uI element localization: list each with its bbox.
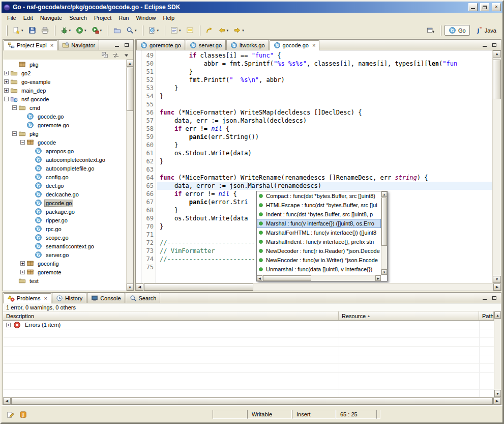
popup-hscroll-thumb[interactable] bbox=[263, 275, 311, 281]
minimize-window-button[interactable] bbox=[468, 3, 478, 11]
search-button[interactable]: ▾ bbox=[124, 24, 139, 36]
perspective-java[interactable]: JJava bbox=[471, 25, 500, 36]
close-window-button[interactable]: × bbox=[492, 3, 501, 11]
menu-project[interactable]: Project bbox=[91, 14, 115, 22]
print-button[interactable] bbox=[39, 24, 51, 36]
scroll-up-icon[interactable]: ▲ bbox=[127, 60, 133, 67]
code-line-63[interactable] bbox=[157, 165, 492, 174]
code-line-56[interactable]: func (*NiceFormatter) WriteSMap(decldesc… bbox=[157, 108, 492, 117]
expand-box-icon[interactable]: + bbox=[4, 88, 9, 93]
scroll-down-icon[interactable]: ▼ bbox=[381, 269, 387, 275]
close-tab-icon[interactable]: × bbox=[44, 296, 47, 301]
scroll-up-icon[interactable]: ▲ bbox=[493, 50, 501, 58]
dropdown-arrow-icon[interactable]: ▾ bbox=[227, 29, 229, 33]
view-tab-problems[interactable]: Problems× bbox=[4, 293, 51, 303]
maximize-view-icon[interactable] bbox=[490, 294, 498, 301]
menu-run[interactable]: Run bbox=[115, 14, 132, 22]
maximize-editor-icon[interactable] bbox=[490, 41, 498, 48]
tree-item-main-dep[interactable]: +main_dep bbox=[3, 86, 126, 95]
view-tab-project-expl[interactable]: Project Expl× bbox=[4, 40, 57, 50]
view-tab-navigator[interactable]: Navigator bbox=[58, 40, 99, 50]
collapse-all-button[interactable] bbox=[100, 50, 110, 60]
menu-help[interactable]: Help bbox=[160, 14, 179, 22]
tree-item-scope-go[interactable]: Gscope.go bbox=[3, 233, 126, 242]
collapse-box-icon[interactable]: − bbox=[12, 131, 17, 136]
collapse-box-icon[interactable]: − bbox=[12, 105, 17, 110]
tree-item-server-go[interactable]: Gserver.go bbox=[3, 250, 126, 259]
code-line-65[interactable]: data, error := json.Marshal(renamedescs) bbox=[157, 182, 492, 190]
code-line-60[interactable]: } bbox=[157, 141, 492, 149]
maximize-view-icon[interactable] bbox=[123, 41, 131, 48]
column-header-path[interactable]: Path bbox=[479, 312, 494, 320]
tree-item-gocode-go[interactable]: Ggocode.go bbox=[3, 199, 126, 207]
scroll-down-icon[interactable]: ▼ bbox=[494, 390, 501, 397]
code-line-58[interactable]: if err != nil { bbox=[157, 125, 492, 133]
maximize-window-button[interactable] bbox=[480, 3, 489, 11]
expand-box-icon[interactable]: + bbox=[20, 270, 25, 274]
view-tab-search[interactable]: Search bbox=[126, 293, 161, 303]
popup-scroll-thumb[interactable] bbox=[381, 197, 387, 246]
dropdown-arrow-icon[interactable]: ▾ bbox=[242, 29, 244, 33]
tree-item-autocompletefile-go[interactable]: Gautocompletefile.go bbox=[3, 164, 126, 173]
completion-item-unmarshal[interactable]: Unmarshal : func(data []uint8, v interfa… bbox=[257, 265, 381, 274]
dropdown-arrow-icon[interactable]: ▾ bbox=[179, 29, 181, 33]
dropdown-arrow-icon[interactable]: ▾ bbox=[135, 29, 137, 33]
problems-hscroll-thumb[interactable] bbox=[11, 398, 493, 405]
completion-item-newdecoder[interactable]: NewDecoder : func(r io.Reader) *json.Dec… bbox=[257, 246, 381, 256]
code-line-52[interactable]: fmt.Printf(" %s\n", abbr) bbox=[157, 76, 492, 84]
open-resource-button[interactable] bbox=[111, 24, 123, 36]
debug-button[interactable]: ▾ bbox=[58, 24, 73, 36]
tree-item-ripper-go[interactable]: Gripper.go bbox=[3, 216, 126, 224]
tree-item-go-example[interactable]: +go-example bbox=[3, 77, 126, 86]
dropdown-arrow-icon[interactable]: ▾ bbox=[69, 29, 71, 33]
editor-scroll-thumb[interactable] bbox=[493, 60, 501, 99]
completion-item-marshal[interactable]: Marshal : func(v interface{}) ([]uint8, … bbox=[257, 219, 381, 228]
expand-box-icon[interactable]: + bbox=[4, 79, 9, 84]
tree-item-gocode-go[interactable]: Ggocode.go bbox=[3, 112, 126, 121]
view-tab-console[interactable]: Console bbox=[87, 293, 125, 303]
tree-item-test[interactable]: test bbox=[3, 276, 126, 285]
minimize-editor-icon[interactable] bbox=[481, 41, 489, 48]
tree-scroll-thumb[interactable] bbox=[127, 68, 133, 111]
save-button[interactable] bbox=[26, 24, 38, 36]
last-edit-location-button[interactable] bbox=[203, 24, 215, 36]
close-tab-icon[interactable]: × bbox=[50, 43, 53, 48]
fastview-java-button[interactable]: J bbox=[18, 410, 28, 419]
tree-item-cmd[interactable]: −cmd bbox=[3, 103, 126, 112]
tree-item-semanticcontext-go[interactable]: Gsemanticcontext.go bbox=[3, 242, 126, 250]
tree-item-pkg[interactable]: pkg bbox=[3, 60, 126, 69]
problems-hscrollbar[interactable]: ◀ ▶ bbox=[3, 397, 501, 405]
dropdown-arrow-icon[interactable]: ▾ bbox=[21, 29, 23, 33]
run-button[interactable]: ▾ bbox=[74, 24, 88, 36]
new-wizard-button[interactable]: ▾ bbox=[11, 24, 25, 36]
problems-vscrollbar[interactable]: ▲ ▼ bbox=[494, 312, 501, 397]
tree-item-goconfig[interactable]: +goconfig bbox=[3, 259, 126, 268]
tree-item-pkg[interactable]: −pkg bbox=[3, 129, 126, 138]
code-line-51[interactable]: } bbox=[157, 68, 492, 76]
menu-navigate[interactable]: Navigate bbox=[37, 14, 66, 22]
mark-occurrences-button[interactable] bbox=[184, 24, 196, 36]
tree-item-apropos-go[interactable]: Gapropos.go bbox=[3, 147, 126, 155]
column-header-resource[interactable]: Resource▴ bbox=[339, 312, 479, 320]
code-line-62[interactable]: } bbox=[157, 157, 492, 165]
tree-item-goremote-go[interactable]: Ggoremote.go bbox=[3, 121, 126, 129]
close-tab-icon[interactable]: × bbox=[312, 43, 315, 48]
popup-vscrollbar[interactable]: ▲ ▼ bbox=[381, 191, 387, 275]
completion-item-htmlescape[interactable]: HTMLEscape : func(dst *bytes.Buffer, src… bbox=[257, 201, 381, 210]
code-line-54[interactable]: } bbox=[157, 92, 492, 100]
scroll-right-icon[interactable]: ▶ bbox=[375, 275, 381, 281]
new-go-element-button[interactable]: G▾ bbox=[146, 24, 161, 36]
scroll-left-icon[interactable]: ◀ bbox=[3, 398, 11, 405]
menu-search[interactable]: Search bbox=[66, 14, 91, 22]
tree-item-package-go[interactable]: Gpackage.go bbox=[3, 207, 126, 216]
scroll-up-icon[interactable]: ▲ bbox=[381, 191, 387, 197]
expand-box-icon[interactable]: + bbox=[6, 323, 11, 327]
code-line-57[interactable]: data, err := json.Marshal(decldescs) bbox=[157, 117, 492, 125]
completion-item-marshalindent[interactable]: MarshalIndent : func(v interface{}, pref… bbox=[257, 237, 381, 246]
scroll-down-icon[interactable]: ▼ bbox=[127, 284, 133, 291]
expand-box-icon[interactable]: + bbox=[20, 261, 25, 266]
view-menu-button[interactable] bbox=[122, 50, 131, 60]
editor-vscrollbar[interactable]: ▲ ▼ bbox=[492, 50, 501, 283]
forward-button[interactable]: ▾ bbox=[231, 24, 246, 36]
tree-item-go2[interactable]: +go2 bbox=[3, 69, 126, 77]
